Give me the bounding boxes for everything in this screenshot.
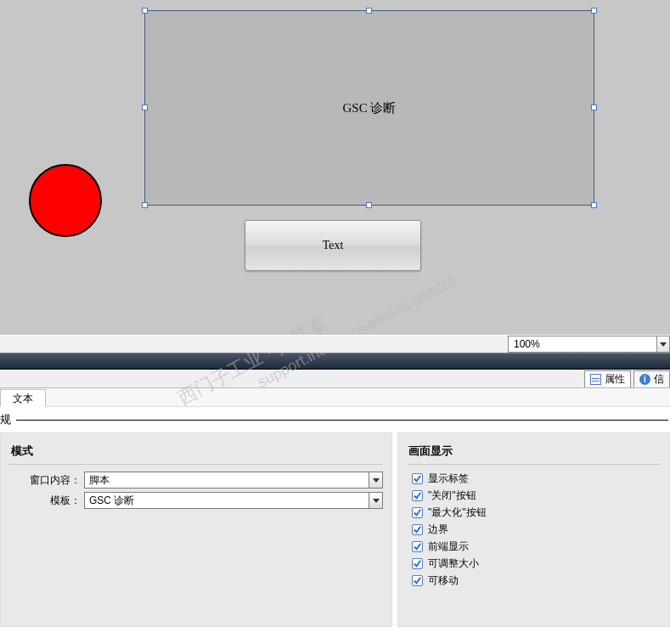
resize-handle-tm[interactable] xyxy=(366,8,372,14)
resize-handle-tl[interactable] xyxy=(142,8,148,14)
window-content-row: 窗口内容： xyxy=(9,472,383,489)
zoom-strip: 100% xyxy=(0,335,670,353)
properties-icon xyxy=(590,374,601,385)
checkbox-icon[interactable] xyxy=(412,490,423,501)
window-content-dropdown-button[interactable] xyxy=(369,472,383,489)
resize-handle-tr[interactable] xyxy=(591,8,597,14)
red-circle-shape[interactable] xyxy=(29,164,102,237)
tab-properties[interactable]: 属性 xyxy=(584,370,631,387)
subtab-text[interactable]: 文本 xyxy=(0,389,46,407)
display-option-label: 显示标签 xyxy=(428,472,469,486)
window-content-combo[interactable] xyxy=(84,472,383,489)
text-button[interactable]: Text xyxy=(245,220,421,271)
panel-separator xyxy=(0,353,670,370)
display-option-label: 边界 xyxy=(428,523,448,537)
display-option-6[interactable]: 可移动 xyxy=(412,573,661,588)
display-option-5[interactable]: 可调整大小 xyxy=(412,556,661,571)
resize-handle-mr[interactable] xyxy=(591,105,597,110)
display-option-1[interactable]: "关闭"按钮 xyxy=(412,489,661,503)
checkbox-icon[interactable] xyxy=(412,507,423,518)
resize-handle-br[interactable] xyxy=(591,202,597,208)
tab-info-label: 信 xyxy=(654,372,664,387)
display-option-label: 可移动 xyxy=(428,573,459,588)
chevron-down-icon xyxy=(373,499,380,503)
text-button-label: Text xyxy=(323,239,344,252)
checkbox-icon[interactable] xyxy=(412,541,423,552)
display-option-2[interactable]: "最大化"按钮 xyxy=(412,506,661,520)
display-option-label: "最大化"按钮 xyxy=(428,506,487,520)
zoom-value[interactable]: 100% xyxy=(508,336,656,353)
checkbox-icon[interactable] xyxy=(412,575,423,586)
window-content-input[interactable] xyxy=(84,472,369,489)
section-label: 规 xyxy=(0,412,11,427)
checkbox-icon[interactable] xyxy=(412,473,423,484)
gsc-window-title: GSC 诊断 xyxy=(343,100,397,116)
display-option-3[interactable]: 边界 xyxy=(412,523,661,537)
checkbox-icon[interactable] xyxy=(412,524,423,535)
info-icon: i xyxy=(639,374,650,385)
tab-info[interactable]: i 信 xyxy=(633,370,670,387)
zoom-dropdown-button[interactable] xyxy=(656,336,670,353)
resize-handle-bl[interactable] xyxy=(142,202,148,208)
resize-handle-ml[interactable] xyxy=(142,105,148,110)
display-group: 画面显示 显示标签"关闭"按钮"最大化"按钮边界前端显示可调整大小可移动 xyxy=(397,432,670,627)
display-option-label: 前端显示 xyxy=(428,539,469,554)
mode-group: 模式 窗口内容： 模板： xyxy=(0,432,392,627)
display-option-label: 可调整大小 xyxy=(428,556,479,571)
section-underline xyxy=(16,420,668,421)
subtab-bar: 文本 xyxy=(0,388,670,407)
property-columns: 模式 窗口内容： 模板： 画面显示 显示标签"关闭"按钮"最大化"按钮边界前端显… xyxy=(0,432,670,627)
display-option-label: "关闭"按钮 xyxy=(428,489,476,503)
display-checkbox-list: 显示标签"关闭"按钮"最大化"按钮边界前端显示可调整大小可移动 xyxy=(407,472,661,588)
template-input[interactable] xyxy=(84,492,369,509)
display-option-4[interactable]: 前端显示 xyxy=(412,539,661,554)
checkbox-icon[interactable] xyxy=(412,558,423,569)
template-row: 模板： xyxy=(9,492,383,509)
design-canvas[interactable]: GSC 诊断 Text 西门子工业 · 找答案 support.industry… xyxy=(0,0,670,353)
chevron-down-icon xyxy=(660,342,667,347)
section-row: 规 xyxy=(0,407,670,432)
display-option-0[interactable]: 显示标签 xyxy=(412,472,661,486)
mode-group-title: 模式 xyxy=(9,440,383,465)
window-content-label: 窗口内容： xyxy=(9,473,84,488)
template-dropdown-button[interactable] xyxy=(369,492,383,509)
template-label: 模板： xyxy=(9,494,84,508)
tab-properties-label: 属性 xyxy=(605,372,625,387)
template-combo[interactable] xyxy=(84,492,383,509)
gsc-diagnostic-window[interactable]: GSC 诊断 xyxy=(144,10,594,206)
display-group-title: 画面显示 xyxy=(407,440,661,465)
chevron-down-icon xyxy=(373,478,380,483)
properties-tabbar: 属性 i 信 xyxy=(0,370,670,388)
resize-handle-bm[interactable] xyxy=(366,202,372,208)
